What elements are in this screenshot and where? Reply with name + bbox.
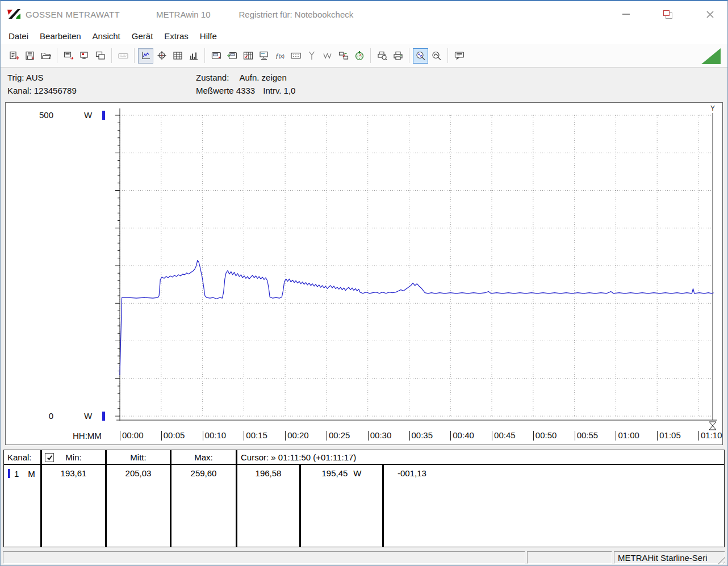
print-button[interactable] (390, 48, 405, 64)
brand-text: GOSSEN METRAWATT (26, 10, 120, 19)
value-min: 193,61 (42, 465, 105, 547)
statusbar-middle-panel (527, 551, 612, 564)
device-name: METRAHit Starline-Seri (618, 553, 708, 563)
digital-display-button[interactable] (288, 48, 303, 64)
close-button[interactable] (701, 6, 718, 23)
meter-grid-button[interactable] (240, 48, 256, 64)
probe-wave-icon (322, 51, 333, 61)
copy-window-icon (95, 51, 106, 61)
connect-device-button[interactable] (6, 48, 22, 64)
x-tick-label: 00:55 (575, 431, 599, 441)
meter-input-button[interactable] (224, 48, 240, 64)
function-button[interactable]: f(x) (272, 48, 287, 64)
menu-bearbeiten[interactable]: Bearbeiten (34, 29, 87, 43)
y-axis-unit-bottom: W (84, 411, 92, 421)
print-preview-button[interactable] (374, 48, 390, 64)
pc-link-icon (258, 51, 270, 61)
x-tick-label: 00:20 (285, 431, 309, 441)
value-cursor1: 196,58 (237, 465, 299, 547)
table-view-icon (172, 51, 183, 61)
statusbar-device-panel: METRAHit Starline-Seri (614, 551, 725, 564)
close-icon (706, 11, 714, 18)
plot-area[interactable]: Y (6, 103, 722, 432)
meter-display-button[interactable] (208, 48, 224, 64)
trigger-status: Trig: AUS (7, 71, 77, 84)
zoom-waveform-icon (415, 51, 426, 61)
pc-link-button[interactable] (256, 48, 271, 64)
header-kanal: Kanal: (4, 450, 40, 465)
toolbar-separator (409, 48, 409, 63)
x-tick-label: 00:35 (409, 431, 433, 441)
menubar: Datei Bearbeiten Ansicht Gerät Extras Hi… (1, 27, 727, 44)
restore-icon (663, 10, 672, 19)
timer-icon (354, 51, 365, 61)
value-delta: -001,13 (384, 465, 724, 547)
xy-view-button[interactable] (154, 48, 169, 64)
header-mitt: Mitt: (107, 450, 170, 465)
value-unit: W (353, 468, 361, 478)
x-tick-label: 00:10 (203, 431, 227, 441)
state-label: Zustand: (196, 73, 229, 82)
toolbar-separator (111, 48, 112, 63)
function-icon: f(x) (274, 51, 286, 61)
annotation-button[interactable] (451, 48, 467, 64)
bar-graph-view-button[interactable] (186, 48, 201, 64)
export-window-button[interactable] (61, 48, 76, 64)
channel-checkbox[interactable] (45, 453, 54, 462)
menu-geraet[interactable]: Gerät (126, 29, 159, 43)
meter-grid-icon (242, 51, 254, 61)
keyboard-button (115, 48, 131, 64)
metrawin-window: GOSSEN METRAWATT METRAwin 10 Registriert… (0, 0, 728, 566)
print-preview-icon (376, 51, 388, 61)
toolbar-separator (447, 48, 448, 63)
state-value: Aufn. zeigen (239, 73, 286, 82)
statusbar: METRAHit Starline-Seri (2, 550, 726, 565)
menu-extras[interactable]: Extras (158, 29, 194, 43)
header-min: Min: (42, 450, 105, 465)
bar-graph-icon (188, 51, 199, 61)
x-tick-label: 00:50 (533, 431, 557, 441)
meter-input-icon (227, 51, 238, 61)
value-max: 259,60 (171, 465, 236, 547)
app-title: METRAwin 10 (156, 10, 211, 19)
open-folder-button[interactable] (38, 48, 53, 64)
device-window-icon (79, 51, 90, 61)
channel-cell: 1 M (4, 465, 40, 547)
data-transfer-button[interactable] (336, 48, 351, 64)
maximize-button[interactable] (659, 6, 676, 23)
menu-datei[interactable]: Datei (3, 29, 34, 43)
probe-wave-button[interactable] (320, 48, 335, 64)
toolbar-separator (57, 48, 57, 63)
menu-hilfe[interactable]: Hilfe (194, 29, 223, 43)
crosshair-icon (156, 51, 168, 61)
probe-y-button[interactable] (304, 48, 319, 64)
toolbar-separator (204, 48, 205, 63)
copy-window-button[interactable] (93, 48, 108, 64)
y-axis-max-label: 500 (28, 110, 53, 120)
checkmark-icon (47, 455, 53, 461)
y-axis-unit-top: W (84, 110, 92, 120)
chart-panel: Y 500 W 0 W HH:MM 00:0000:0500:1000:1500… (5, 102, 723, 445)
toolbar-separator (370, 48, 371, 63)
menu-ansicht[interactable]: Ansicht (87, 29, 126, 43)
svg-text:Y: Y (710, 104, 715, 112)
digital-display-icon (290, 51, 302, 61)
yt-chart-view-button[interactable] (138, 48, 153, 64)
y-axis-min-label: 0 (28, 411, 53, 421)
x-tick-label: 00:15 (244, 431, 267, 441)
toolbar-separator (134, 48, 135, 63)
table-view-button[interactable] (170, 48, 185, 64)
zoom-curve-button[interactable] (429, 48, 444, 64)
timer-button[interactable] (352, 48, 367, 64)
device-window-button[interactable] (77, 48, 92, 64)
toolbar: f(x) (1, 44, 727, 68)
save-button[interactable] (22, 48, 37, 64)
status-strip: Trig: AUS Kanal: 123456789 Zustand:Aufn.… (1, 68, 727, 99)
header-max: Max: (171, 450, 236, 465)
zoom-waveform-button[interactable] (413, 48, 428, 64)
save-icon (24, 51, 36, 61)
minimize-button[interactable] (617, 6, 634, 23)
x-tick-label: 01:00 (616, 431, 639, 441)
open-folder-icon (40, 51, 52, 61)
meter-display-icon (211, 51, 222, 61)
